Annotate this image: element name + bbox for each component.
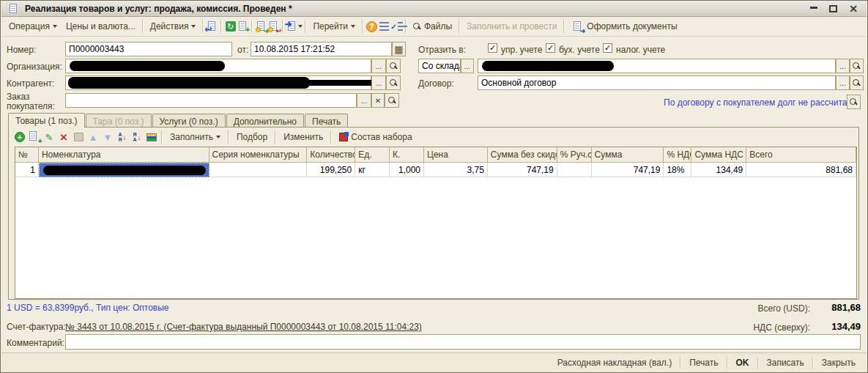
sort-descending-icon[interactable]: ЯА↓ xyxy=(130,130,144,144)
organization-open-button[interactable] xyxy=(386,59,401,73)
tab-additional[interactable]: Дополнительно xyxy=(226,114,304,127)
refresh-icon[interactable]: ↻ xyxy=(224,21,237,32)
actions-menu-button[interactable]: Действия xyxy=(146,19,201,34)
customer-order-field[interactable] xyxy=(65,93,357,108)
save-button[interactable]: Записать xyxy=(760,355,811,370)
debt-info-link[interactable]: По договору с покупателем долг не рассчи… xyxy=(664,97,852,108)
copy-document-icon[interactable]: + xyxy=(237,21,249,32)
toolbar-separator xyxy=(161,130,163,144)
column-header: Серия номенклатуры xyxy=(209,147,308,163)
warehouse-mode-selector[interactable]: Со склада xyxy=(418,59,461,73)
number-field[interactable]: П0000003443 xyxy=(65,42,232,56)
files-button[interactable]: Файлы xyxy=(409,19,456,34)
cell-sum[interactable]: 747,19 xyxy=(592,163,664,177)
contract-open-button[interactable] xyxy=(850,75,864,90)
search-icon xyxy=(853,62,861,70)
customer-order-select-button[interactable]: ... xyxy=(357,93,371,108)
unpost-document-icon[interactable]: ↩ xyxy=(267,21,280,32)
currency-rate-link[interactable]: 1 USD = 63,8399руб., Тип цен: Оптовые xyxy=(7,303,169,313)
customer-order-clear-button[interactable]: ✕ xyxy=(371,93,385,108)
debt-open-button[interactable] xyxy=(847,95,861,109)
comment-field[interactable] xyxy=(65,334,861,350)
cell-sum-no-discount[interactable]: 747,19 xyxy=(488,163,557,177)
book-accounting-checkbox[interactable]: ✓ xyxy=(546,43,555,53)
move-up-icon[interactable]: ▲ xyxy=(86,130,100,144)
tab-print[interactable]: Печать xyxy=(305,114,348,127)
column-header: Сумма НДС xyxy=(691,147,746,163)
column-header: Количество xyxy=(307,147,355,163)
contractor-select-button[interactable]: ... xyxy=(371,75,386,90)
column-header: № xyxy=(15,147,39,163)
table-row[interactable]: 1 199,250 кг 1,000 3,75 747,19 747,19 18… xyxy=(15,163,856,177)
expense-invoice-button[interactable]: Расходная накладная (вал.) xyxy=(551,355,678,370)
search-icon xyxy=(413,23,421,31)
warehouse-select-button[interactable]: ... xyxy=(836,59,850,73)
search-icon xyxy=(390,62,398,70)
contractor-open-button[interactable] xyxy=(386,75,401,90)
minimize-button[interactable] xyxy=(810,7,817,10)
cell-unit[interactable]: кг xyxy=(355,163,390,177)
management-accounting-checkbox[interactable]: ✓ xyxy=(488,43,497,53)
goods-tab-panel: + + ✎ ✕ ▲ ▼ АЯ↓ ЯА↓ Заполнить Подбор Изм… xyxy=(8,127,859,300)
toolbar-separator xyxy=(757,357,759,369)
column-header: Ед. xyxy=(355,147,390,163)
organization-select-button[interactable]: ... xyxy=(371,59,386,73)
cell-nomenclature-selected[interactable] xyxy=(39,163,209,177)
goods-table: № Номенклатура Серия номенклатуры Количе… xyxy=(15,147,857,299)
dropdown-caret-icon[interactable] xyxy=(298,25,303,28)
goto-menu-button[interactable]: Перейти xyxy=(308,19,360,34)
pick-button[interactable]: Подбор xyxy=(231,130,272,144)
cell-total[interactable]: 881,68 xyxy=(746,163,856,177)
operation-menu-button[interactable]: Операция xyxy=(4,19,62,34)
cell-vat-sum[interactable]: 134,49 xyxy=(691,163,746,177)
customer-order-open-button[interactable] xyxy=(385,93,399,108)
cell-series[interactable] xyxy=(209,163,308,177)
tab-goods[interactable]: Товары (1 поз.) xyxy=(8,113,85,128)
post-document-icon[interactable]: ➜ xyxy=(255,21,267,32)
contract-field[interactable]: Основной договор xyxy=(478,75,836,90)
invoice-link[interactable]: № 3443 от 10.08.2015 г. (Счет-фактура вы… xyxy=(65,322,422,332)
warehouse-mode-select-button[interactable]: ... xyxy=(461,59,474,73)
warehouse-open-button[interactable] xyxy=(850,59,864,73)
cell-vat-percent[interactable]: 18% xyxy=(664,163,691,177)
sort-ascending-icon[interactable]: АЯ↓ xyxy=(115,130,130,144)
toolbar-separator xyxy=(275,130,276,144)
delete-row-icon[interactable]: ✕ xyxy=(56,130,71,144)
cell-price[interactable]: 3,75 xyxy=(424,163,488,177)
reread-icon[interactable]: ↩ xyxy=(206,21,218,32)
checklist-settings-icon[interactable]: ✓ xyxy=(390,21,403,32)
prices-currency-button[interactable]: Цены и валюта... xyxy=(62,19,140,34)
help-icon[interactable]: ? xyxy=(366,21,378,32)
change-button[interactable]: Изменить xyxy=(278,130,328,144)
move-down-icon[interactable]: ▼ xyxy=(100,130,115,144)
tab-services[interactable]: Услуги (0 поз.) xyxy=(152,114,226,127)
contract-select-button[interactable]: ... xyxy=(836,75,850,90)
close-button[interactable]: ✕ xyxy=(849,3,858,15)
output-document-icon[interactable]: ➜ xyxy=(286,21,298,32)
ok-button[interactable]: OK xyxy=(730,355,756,370)
print-button[interactable]: Печать xyxy=(683,355,724,370)
toolbar-separator xyxy=(202,20,204,33)
cell-manual-discount[interactable] xyxy=(557,163,592,177)
cell-k[interactable]: 1,000 xyxy=(390,163,424,177)
list-settings-icon[interactable] xyxy=(378,21,390,32)
kit-content-button[interactable]: Состав набора xyxy=(334,130,417,144)
make-documents-button[interactable]: ➜Оформить документы xyxy=(567,18,681,34)
add-row-icon[interactable]: + xyxy=(12,130,27,144)
fill-menu-button[interactable]: Заполнить xyxy=(165,130,226,144)
copy-row-icon[interactable]: + xyxy=(27,130,42,144)
units-icon[interactable] xyxy=(144,130,159,144)
close-form-button[interactable]: Закрыть xyxy=(815,355,862,370)
calendar-button[interactable]: ▦ xyxy=(392,42,406,56)
cell-qty[interactable]: 199,250 xyxy=(307,163,355,177)
tab-tare[interactable]: Тара (0 поз.) xyxy=(86,114,152,127)
tax-accounting-checkbox[interactable]: ✓ xyxy=(603,43,612,53)
toolbar-separator xyxy=(459,20,460,33)
cell-num[interactable]: 1 xyxy=(15,163,39,177)
edit-row-icon[interactable]: ✎ xyxy=(42,130,56,144)
toolbar-separator xyxy=(812,357,814,369)
toolbar-separator xyxy=(142,20,144,33)
maximize-button[interactable] xyxy=(829,5,837,12)
table-toolbar: + + ✎ ✕ ▲ ▼ АЯ↓ ЯА↓ Заполнить Подбор Изм… xyxy=(9,128,858,147)
date-field[interactable]: 10.08.2015 17:21:52 xyxy=(251,42,392,56)
